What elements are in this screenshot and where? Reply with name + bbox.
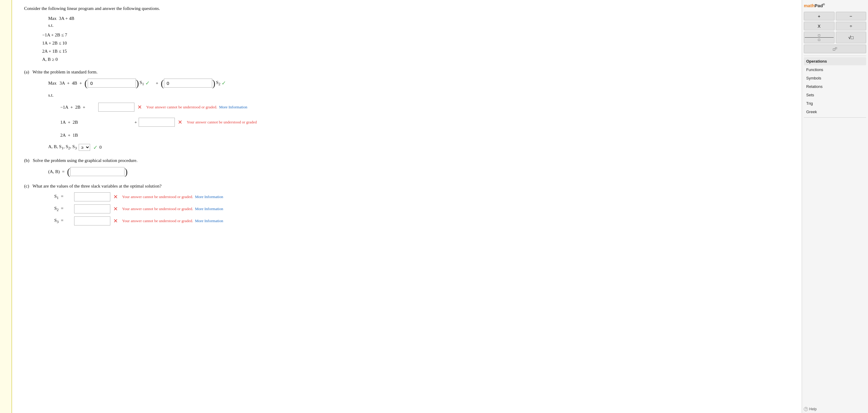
s3-row: S3 = ✕ Your answer cannot be understood … xyxy=(54,216,789,226)
non-neg-row: A, B, S1, S2, S3 ≥ ≤ = ✓ 0 xyxy=(48,144,789,151)
check-icon-2: ✓ xyxy=(221,80,226,87)
cross-icon-1: ✕ xyxy=(137,104,142,110)
s3-error: Your answer cannot be understood or grad… xyxy=(122,218,193,223)
part-c-label: (c) What are the values of the three sla… xyxy=(24,184,789,189)
left-margin-bar xyxy=(0,0,12,413)
part-b: (b) Solve the problem using the graphica… xyxy=(24,158,789,176)
s1-input[interactable] xyxy=(74,192,110,201)
right-paren-1: ) xyxy=(136,78,139,88)
s3-error-link[interactable]: More Information xyxy=(195,218,223,223)
constraint-raw-2: 1A + 2B ≤ 10 xyxy=(42,39,789,47)
constraint2-row: 1A + 2B + ✕ Your answer cannot be unders… xyxy=(60,118,789,127)
relations-menu-item[interactable]: Relations xyxy=(804,82,866,91)
mathpad-sidebar: mathPad® + − X ÷ □ □ √□ □□ Operati xyxy=(802,0,868,413)
s1-cross-icon: ✕ xyxy=(113,194,118,200)
constraint1-row: −1A + 2B + ✕ Your answer cannot be under… xyxy=(60,103,789,112)
s3-input[interactable] xyxy=(74,216,110,226)
mathpad-title: mathPad® xyxy=(804,2,866,9)
constraint2-error: Your answer cannot be understood or grad… xyxy=(187,120,257,125)
mathpad-buttons-row-2: X ÷ xyxy=(804,22,866,30)
constraint2-expr-left: 1A + 2B xyxy=(60,120,121,125)
non-neg-value: 0 xyxy=(99,145,102,150)
constraint1-input[interactable] xyxy=(98,103,134,112)
max-label: Max xyxy=(48,16,57,21)
s1-error-link[interactable]: More Information xyxy=(195,195,223,199)
mathpad-divider-1 xyxy=(804,56,866,56)
symbols-menu-item[interactable]: Symbols xyxy=(804,74,866,82)
help-icon: ? xyxy=(804,407,808,411)
sets-menu-item[interactable]: Sets xyxy=(804,91,866,99)
part-b-answer-row: (A, B) = ( ) xyxy=(48,167,789,176)
divide-button[interactable]: ÷ xyxy=(836,22,867,30)
constraint-raw-3: 2A + 1B ≤ 15 xyxy=(42,47,789,56)
constraint-raw-1: −1A + 2B ≤ 7 xyxy=(42,31,789,39)
part-a-st-label: s.t. xyxy=(48,93,789,98)
plus-between: + xyxy=(156,81,158,86)
check-icon-1: ✓ xyxy=(145,80,150,87)
part-b-input[interactable] xyxy=(70,167,124,176)
times-button[interactable]: X xyxy=(804,22,835,30)
constraint2-input[interactable] xyxy=(138,118,175,127)
s1-coefficient-input[interactable] xyxy=(88,78,136,88)
mathpad-buttons-row-4: □□ xyxy=(804,44,866,53)
max-row-prefix: Max xyxy=(48,81,57,86)
s1-slack-label: S1 = xyxy=(54,194,72,200)
check-icon-3: ✓ xyxy=(93,144,98,151)
s1-label: S1 xyxy=(140,80,144,87)
help-row[interactable]: ? Help xyxy=(804,405,866,411)
main-content: Consider the following linear program an… xyxy=(12,0,802,413)
constraints-block: −1A + 2B ≤ 7 1A + 2B ≤ 10 2A + 1B ≤ 15 A… xyxy=(42,31,789,64)
s2-label: S2 xyxy=(216,80,221,87)
constraint3-row: 2A + 1B xyxy=(60,133,789,138)
mathpad-buttons-row-3: □ □ √□ xyxy=(804,32,866,43)
constraint1-error: Your answer cannot be understood or grad… xyxy=(146,105,217,110)
part-a-label: (a) Write the problem in standard form. xyxy=(24,70,789,75)
s3-cross-icon: ✕ xyxy=(113,218,118,224)
intro-text: Consider the following linear program an… xyxy=(24,6,789,11)
s2-error-link[interactable]: More Information xyxy=(195,207,223,211)
objective-block: Max 3A + 4B s.t. xyxy=(48,16,789,28)
part-b-label: (b) Solve the problem using the graphica… xyxy=(24,158,789,163)
mathpad-divider-2 xyxy=(804,117,866,118)
plus-button[interactable]: + xyxy=(804,12,835,21)
functions-menu-item[interactable]: Functions xyxy=(804,66,866,74)
mathpad-buttons-row-1: + − xyxy=(804,12,866,21)
minus-button[interactable]: − xyxy=(836,12,867,21)
s2-error: Your answer cannot be understood or grad… xyxy=(122,207,193,211)
part-b-input-label: (A, B) = xyxy=(48,169,64,174)
right-paren-b: ) xyxy=(124,167,128,176)
st-label: s.t. xyxy=(48,23,789,28)
constraint1-expr: −1A + 2B + xyxy=(60,105,96,110)
left-paren-1: ( xyxy=(84,78,88,88)
s2-slack-label: S2 = xyxy=(54,206,72,212)
greek-menu-item[interactable]: Greek xyxy=(804,108,866,116)
objective-expression: 3A + 4B xyxy=(59,16,74,21)
superscript-button[interactable]: □□ xyxy=(804,44,866,53)
part-a: (a) Write the problem in standard form. … xyxy=(24,70,789,151)
s2-input[interactable] xyxy=(74,204,110,213)
s1-error: Your answer cannot be understood or grad… xyxy=(122,195,193,199)
non-neg-select[interactable]: ≥ ≤ = xyxy=(79,144,90,151)
part-c: (c) What are the values of the three sla… xyxy=(24,184,789,226)
max-standard-row: Max 3A + 4B + ( ) S1 ✓ + ( ) S2 ✓ xyxy=(48,78,789,88)
s2-coefficient-input[interactable] xyxy=(164,78,212,88)
s2-row: S2 = ✕ Your answer cannot be understood … xyxy=(54,204,789,213)
help-label: Help xyxy=(809,407,817,411)
fraction-button[interactable]: □ □ xyxy=(804,32,835,43)
constraint3-expr: 2A + 1B xyxy=(60,133,96,138)
s3-slack-label: S3 = xyxy=(54,218,72,224)
s2-cross-icon: ✕ xyxy=(113,206,118,212)
sqrt-button[interactable]: √□ xyxy=(836,32,867,43)
cross-icon-2: ✕ xyxy=(178,119,182,126)
left-paren-2: ( xyxy=(161,78,164,88)
operations-menu-item[interactable]: Operations xyxy=(804,57,866,65)
constraint1-error-link[interactable]: More Information xyxy=(219,105,247,110)
max-expr: 3A + 4B + xyxy=(60,81,82,86)
left-paren-b: ( xyxy=(67,167,70,176)
right-paren-2: ) xyxy=(212,78,216,88)
s1-row: S1 = ✕ Your answer cannot be understood … xyxy=(54,192,789,201)
constraint2-plus: + xyxy=(134,120,137,125)
non-neg-vars: A, B, S1, S2, S3 xyxy=(48,144,77,150)
constraint-raw-4: A, B ≥ 0 xyxy=(42,56,789,64)
trig-menu-item[interactable]: Trig xyxy=(804,99,866,107)
